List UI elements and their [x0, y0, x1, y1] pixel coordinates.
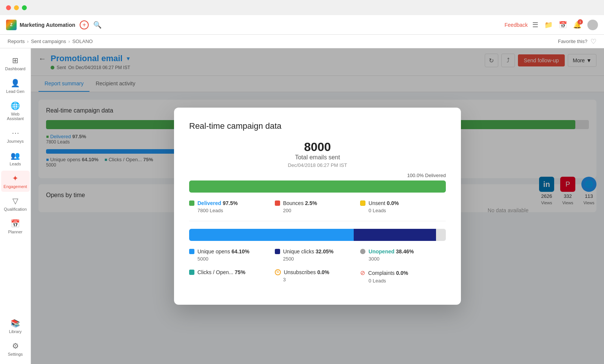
sidebar-label-journeys: Journeys [7, 139, 24, 143]
favorite-label: Favorite this? [558, 39, 587, 44]
top-nav: Z Marketing Automation + 🔍 Feedback ☰ 📁 … [0, 15, 604, 35]
sidebar-item-planner[interactable]: 📅 Planner [1, 216, 30, 237]
sidebar-label-engagement: Engagement [3, 184, 27, 189]
modal-stat-unopened: Unopened 38.46% 3000 [360, 248, 446, 262]
search-icon[interactable]: 🔍 [93, 21, 102, 29]
sidebar-label-library: Library [9, 329, 22, 334]
modal-total-section: 8000 Total emails sent Dec/04/2018 06:27… [189, 140, 446, 168]
sidebar-item-dashboard[interactable]: ⊞ Dashboard [1, 53, 30, 74]
sidebar-label-settings: Settings [8, 352, 23, 356]
main-layout: ⊞ Dashboard 👤 Lead Gen 🌐 Web Assistant ⋯… [0, 48, 604, 364]
modal-stat-clicks-open: Clicks / Open... 75% [189, 269, 275, 284]
unsent-dot-icon [360, 201, 365, 206]
user-avatar[interactable] [587, 20, 598, 30]
modal-bounces-sub: 200 [275, 208, 361, 213]
breadcrumb-sent-campaigns[interactable]: Sent campaigns [31, 39, 66, 44]
breadcrumb-current: SOLANO [72, 39, 92, 44]
sidebar-item-leads[interactable]: 👥 Leads [1, 148, 30, 169]
settings-icon: ⚙ [12, 341, 19, 350]
notification-icon[interactable]: 🔔 1 [573, 21, 581, 29]
modal-stat-delivered: Delivered 97.5% 7800 Leads [189, 200, 275, 213]
modal-total-num: 8000 [189, 140, 446, 154]
nav-icons: ☰ 📁 📅 🔔 1 [532, 20, 598, 30]
traffic-light-red[interactable] [6, 5, 11, 10]
sidebar-item-qualification[interactable]: ▽ Qualification [1, 193, 30, 214]
modal-overlay[interactable]: Real-time campaign data 8000 Total email… [31, 48, 604, 364]
leadgen-icon: 👤 [11, 79, 20, 88]
modal-stat-unique-clicks: Unique clicks 32.05% 2500 [275, 248, 361, 262]
modal-unique-opens-sub: 5000 [189, 256, 275, 262]
modal-stat-complaints: ⊘ Complaints 0.0% 0 Leads [360, 269, 446, 284]
unsubscribes-icon: − [275, 269, 281, 275]
modal-total-label: Total emails sent [189, 154, 446, 161]
leads-icon: 👥 [11, 151, 20, 160]
sidebar-label-planner: Planner [8, 230, 23, 234]
list-icon[interactable]: ☰ [532, 21, 538, 29]
modal-delivered-pct-label: 100.0% Delivered [189, 173, 446, 178]
modal-unopened-sub: 3000 [360, 256, 446, 262]
zoho-logo-icon: Z [6, 20, 17, 30]
folder-icon[interactable]: 📁 [544, 21, 553, 29]
modal-stat-unique-opens: Unique opens 64.10% 5000 [189, 248, 275, 262]
modal-title: Real-time campaign data [189, 121, 446, 131]
modal: Real-time campaign data 8000 Total email… [174, 108, 461, 305]
library-icon: 📚 [11, 319, 20, 328]
sidebar-item-engagement[interactable]: ✦ Engagement [1, 171, 30, 192]
sidebar-item-library[interactable]: 📚 Library [1, 316, 30, 337]
breadcrumb: Reports › Sent campaigns › SOLANO [8, 39, 93, 44]
sidebar-item-webassistant[interactable]: 🌐 Web Assistant [1, 98, 30, 124]
favorite-area: Favorite this? ♡ [558, 37, 596, 46]
sidebar-label-dashboard: Dashboard [5, 66, 26, 71]
sidebar-label-leads: Leads [10, 162, 21, 166]
modal-stat-unsubscribes: − Unsubscribes 0.0% 3 [275, 269, 361, 284]
modal-stat-unsent: Unsent 0.0% 0 Leads [360, 200, 446, 213]
bounces-dot-icon [275, 201, 280, 206]
sidebar-item-settings[interactable]: ⚙ Settings [1, 338, 30, 359]
app-name: Marketing Automation [20, 22, 75, 28]
modal-delivered-sub: 7800 Leads [189, 208, 275, 213]
modal-unique-clicks-sub: 2500 [275, 256, 361, 262]
title-bar [0, 0, 604, 15]
delivered-dot-icon [189, 201, 194, 206]
engagement-icon: ✦ [12, 174, 18, 183]
unique-clicks-dot-icon [275, 249, 280, 254]
modal-unsubscribes-sub: 3 [275, 277, 361, 282]
breadcrumb-reports[interactable]: Reports [8, 39, 25, 44]
clicks-open-dot-icon [189, 270, 194, 275]
sidebar-item-journeys[interactable]: ⋯ Journeys [1, 125, 30, 147]
sidebar: ⊞ Dashboard 👤 Lead Gen 🌐 Web Assistant ⋯… [0, 48, 31, 364]
dashboard-icon: ⊞ [12, 56, 18, 65]
sidebar-item-leadgen[interactable]: 👤 Lead Gen [1, 76, 30, 97]
notification-badge: 1 [578, 19, 583, 25]
modal-progress-bar-opens [189, 229, 446, 241]
breadcrumb-sep2: › [68, 39, 70, 44]
qualification-icon: ▽ [12, 196, 18, 205]
modal-stat-bounces: Bounces 2.5% 200 [275, 200, 361, 213]
feedback-link[interactable]: Feedback [505, 22, 528, 28]
add-button[interactable]: + [80, 20, 89, 29]
breadcrumb-sep1: › [27, 39, 29, 44]
modal-divider [189, 221, 446, 221]
app-logo: Z Marketing Automation [6, 20, 75, 30]
modal-progress-bar-opens-fill [189, 229, 446, 241]
unopened-dot-icon [360, 249, 365, 254]
breadcrumb-bar: Reports › Sent campaigns › SOLANO Favori… [0, 35, 604, 48]
calendar-icon[interactable]: 📅 [559, 21, 567, 29]
content-area: ← Promotional email ▼ Sent On Dec/04/201… [31, 48, 604, 364]
modal-stats-row1: Delivered 97.5% 7800 Leads [189, 200, 446, 213]
modal-sent-date: Dec/04/2018 06:27 PM IST [189, 162, 446, 168]
traffic-light-yellow[interactable] [14, 5, 19, 10]
modal-unsent-sub: 0 Leads [360, 208, 446, 213]
modal-stats-row3: Clicks / Open... 75% − Unsubscribes [189, 269, 446, 284]
favorite-heart-icon[interactable]: ♡ [590, 37, 596, 46]
complaints-icon: ⊘ [360, 269, 365, 276]
webassistant-icon: 🌐 [11, 101, 20, 110]
sidebar-label-qualification: Qualification [4, 207, 27, 211]
journeys-icon: ⋯ [12, 128, 19, 137]
modal-progress-bar-delivered [189, 180, 446, 193]
traffic-light-green[interactable] [22, 5, 27, 10]
planner-icon: 📅 [11, 219, 20, 228]
modal-complaints-sub: 0 Leads [360, 278, 446, 284]
modal-stats-row2: Unique opens 64.10% 5000 [189, 248, 446, 262]
sidebar-label-leadgen: Lead Gen [6, 89, 24, 94]
